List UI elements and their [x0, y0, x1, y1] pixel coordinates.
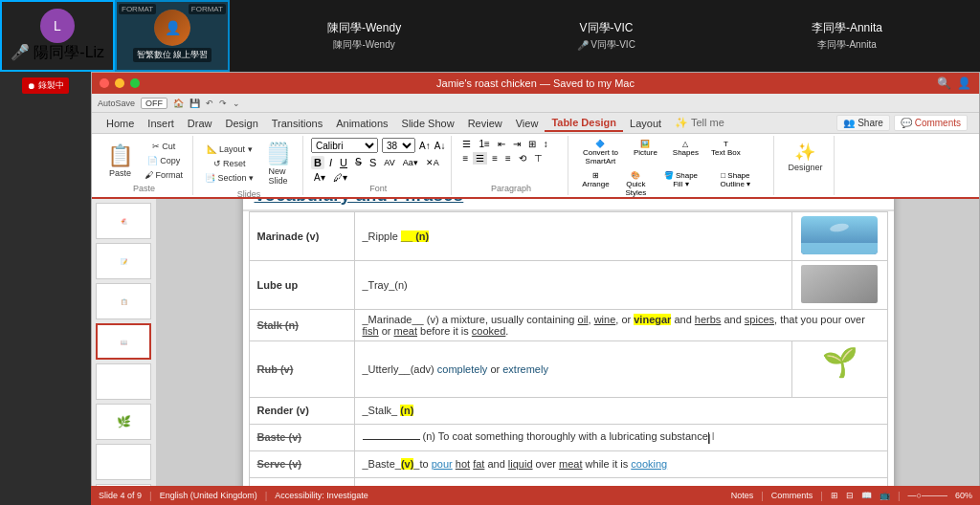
quick-styles-button[interactable]: 🎨Quick Styles [616, 169, 655, 199]
indent-dec-button[interactable]: ⇤ [495, 138, 508, 150]
slide-thumb-3[interactable]: 3 📋 [96, 283, 151, 319]
liz-video-tile[interactable]: L 🎤 陽同學-Liz [0, 0, 115, 72]
view-normal[interactable]: ⊞ [831, 491, 838, 500]
align-right-button[interactable]: ≡ [489, 152, 501, 165]
vocab-table-container[interactable]: Marinade (v) _Ripple __ (n) [243, 211, 894, 505]
format-painter-button[interactable]: 🖌 Format [141, 168, 187, 182]
layout-button[interactable]: 📐 Layout ▾ [201, 143, 257, 156]
line-spacing-button[interactable]: ↕ [541, 138, 551, 150]
new-slide-button[interactable]: 🗒️ NewSlide [259, 138, 297, 189]
redo-icon[interactable]: ↷ [219, 99, 227, 108]
text-direction-button[interactable]: ⟲ [516, 152, 529, 165]
shape-fill-button[interactable]: 🪣 Shape Fill ▾ [657, 169, 704, 199]
view-reading[interactable]: 📖 [861, 491, 872, 500]
section-button[interactable]: 📑 Section ▾ [201, 171, 257, 185]
close-button[interactable] [100, 78, 109, 88]
cut-button[interactable]: ✂ Cut [141, 140, 187, 153]
indent-inc-button[interactable]: ⇥ [510, 138, 523, 150]
notes-button[interactable]: Notes [731, 491, 754, 500]
font-color-button[interactable]: A▾ [311, 171, 328, 184]
convert-smartart-button[interactable]: 🔷Convert to SmartArt [576, 138, 624, 167]
share-icon[interactable]: 👤 [957, 77, 971, 90]
slide-thumb-6[interactable]: 6 🌿 [96, 404, 151, 440]
shadow-button[interactable]: S [367, 156, 379, 169]
italic-button[interactable]: I [326, 156, 335, 169]
share-button[interactable]: 👥 Share [836, 115, 889, 131]
paste-group: 📋 Paste ✂ Cut 📄 Copy 🖌 Format Paste [96, 136, 193, 195]
tab-transitions[interactable]: Transitions [265, 116, 329, 131]
main-slide-area[interactable]: Vocabulary and Phrases FUNDAY Marinade (… [157, 199, 979, 504]
vocab-table[interactable]: Marinade (v) _Ripple __ (n) [249, 211, 888, 505]
tab-animations[interactable]: Animations [329, 116, 394, 131]
align-left-button[interactable]: ≡ [459, 152, 471, 165]
slide-header: Vocabulary and Phrases FUNDAY [243, 199, 894, 211]
spacing-button[interactable]: AV [381, 157, 397, 168]
more-icon[interactable]: ⌄ [233, 99, 240, 108]
designer-button[interactable]: ✨ Designer [782, 138, 828, 176]
strikethrough-button[interactable]: S̶ [352, 155, 365, 169]
record-dot: ⏺ [27, 81, 35, 91]
reset-button[interactable]: ↺ Reset [201, 157, 257, 170]
paste-button[interactable]: 📋 Paste [101, 140, 139, 182]
view-presenter[interactable]: 📺 [880, 491, 890, 500]
tab-home[interactable]: Home [100, 116, 141, 131]
slide-thumb-7[interactable]: 7 [96, 444, 151, 480]
slide-thumb-2[interactable]: 2 📝 [96, 243, 151, 279]
view-slide-sorter[interactable]: ⊟ [846, 491, 854, 500]
numbering-button[interactable]: 1≡ [476, 138, 492, 150]
tab-table-design[interactable]: Table Design [545, 115, 623, 132]
col-gap-button[interactable]: ⊞ [525, 138, 539, 150]
menu-bar: Home Insert Draw Design Transitions Anim… [92, 113, 979, 134]
autosave-toggle[interactable]: OFF [141, 98, 167, 109]
highlight-button[interactable]: 🖊▾ [330, 171, 350, 184]
minimize-button[interactable] [115, 78, 124, 88]
bold-button[interactable]: B [311, 156, 324, 169]
justify-button[interactable]: ≡ [502, 152, 514, 165]
save-icon[interactable]: 💾 [189, 99, 200, 108]
slide-thumb-1[interactable]: 1 🐔 [96, 203, 151, 239]
maximize-button[interactable] [130, 78, 140, 88]
font-size-select[interactable]: 38 [382, 138, 415, 153]
picture-button[interactable]: 🖼️Picture [626, 138, 664, 167]
tab-draw[interactable]: Draw [181, 116, 219, 131]
shapes-button[interactable]: △Shapes [666, 138, 704, 167]
bullets-button[interactable]: ☰ [459, 138, 474, 150]
tab-insert[interactable]: Insert [141, 116, 181, 131]
underline-button[interactable]: U [337, 156, 350, 169]
main-speaker-tile[interactable]: FORMAT FORMAT 👤 智繁數位 線上學習 [115, 0, 230, 72]
tab-tell-me[interactable]: ✨ Tell me [668, 115, 731, 131]
font-dec-button[interactable]: A↓ [434, 141, 446, 151]
align-text-button[interactable]: ⊤ [531, 152, 546, 165]
tab-view[interactable]: View [509, 116, 546, 131]
wendy-participant[interactable]: 陳同學-Wendy 陳同學-Wendy [327, 20, 401, 52]
comments-status-button[interactable]: Comments [771, 491, 813, 500]
designer-group: ✨ Designer [776, 136, 835, 195]
slide-content[interactable]: Vocabulary and Phrases FUNDAY Marinade (… [243, 199, 894, 504]
vic-participant[interactable]: V同學-VIC 🎤 V同學-VIC [577, 20, 635, 52]
annita-participant[interactable]: 李同學-Annita 李同學-Annita [812, 20, 882, 52]
term-cell: Lube up [249, 260, 354, 309]
font-family-select[interactable]: Calibri [311, 138, 378, 153]
tab-layout[interactable]: Layout [623, 116, 668, 131]
font-inc-button[interactable]: A↑ [419, 141, 431, 151]
undo-icon[interactable]: ↶ [206, 99, 213, 108]
align-center-button[interactable]: ☰ [473, 152, 487, 165]
zoom-slider[interactable]: —○——— [908, 491, 947, 500]
slide-thumb-5[interactable]: 5 [96, 363, 151, 400]
slide-thumb-4[interactable]: 4 📖 [96, 323, 151, 360]
arrange-button[interactable]: ⊞Arrange [576, 169, 614, 199]
clear-format-button[interactable]: ✕A [423, 157, 442, 168]
shape-outline-button[interactable]: □ Shape Outline ▾ [706, 169, 764, 199]
search-icon[interactable]: 🔍 [937, 77, 951, 90]
tab-slideshow[interactable]: Slide Show [395, 116, 461, 131]
home-icon[interactable]: 🏠 [173, 99, 184, 108]
comments-button[interactable]: 💬 Comments [894, 115, 968, 131]
case-button[interactable]: Aa▾ [400, 157, 421, 168]
text-box-button[interactable]: TText Box [706, 138, 745, 167]
slide-panel: 1 🐔 2 📝 3 📋 4 📖 5 6 🌿 7 [92, 199, 157, 504]
tab-design[interactable]: Design [219, 116, 265, 131]
cursor-indicator: I [712, 431, 715, 442]
zoom-level[interactable]: 60% [955, 491, 972, 500]
tab-review[interactable]: Review [461, 116, 509, 131]
copy-button[interactable]: 📄 Copy [141, 154, 187, 167]
